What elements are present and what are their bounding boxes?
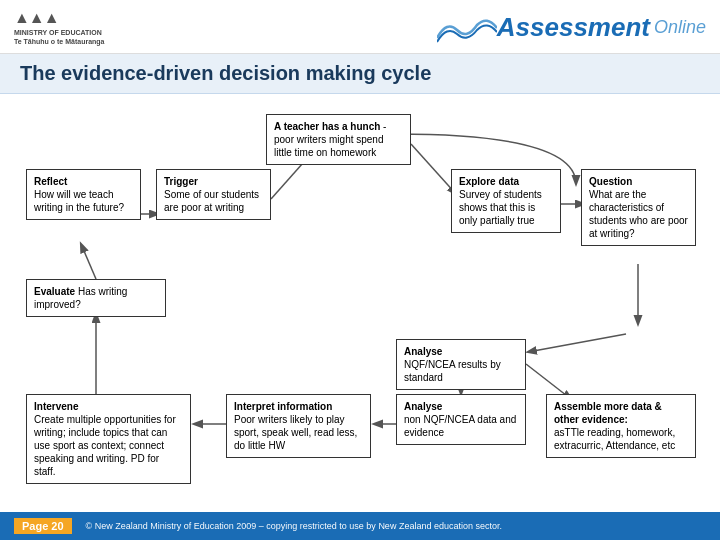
assemble-body: asTTle reading, homework, extracurric, A… (554, 426, 688, 452)
explore-box: Explore data Survey of students shows th… (451, 169, 561, 233)
explore-title: Explore data (459, 175, 553, 188)
page-number: Page 20 (14, 518, 72, 534)
intervene-body: Create multiple opportunities for writin… (34, 413, 183, 478)
interpret-title: Interpret information (234, 400, 363, 413)
evaluate-box: Evaluate Has writing improved? (26, 279, 166, 317)
interpret-box: Interpret information Poor writers likel… (226, 394, 371, 458)
intervene-box: Intervene Create multiple opportunities … (26, 394, 191, 484)
title-bar: The evidence-driven decision making cycl… (0, 54, 720, 94)
logo-image: ▲▲▲ MINISTRY OF EDUCATION Te Tāhuhu o te… (14, 9, 114, 47)
analyse-non-title: Analyse (404, 400, 518, 413)
brand-assessment: Assessment (497, 12, 650, 43)
reflect-box: Reflect How will we teach writing in the… (26, 169, 141, 220)
main-content: A teacher has a hunch - poor writers mig… (0, 94, 720, 514)
cycle-diagram: A teacher has a hunch - poor writers mig… (16, 104, 704, 464)
question-box: Question What are the characteristics of… (581, 169, 696, 246)
mountains-icon: ▲▲▲ (14, 9, 114, 27)
assessment-online-brand: Assessment Online (437, 10, 706, 46)
analyse-non-box: Analyse non NQF/NCEA data and evidence (396, 394, 526, 445)
page-title: The evidence-driven decision making cycl… (20, 62, 431, 84)
question-body: What are the characteristics of students… (589, 188, 688, 240)
question-title: Question (589, 175, 688, 188)
analyse-nqf-box: Analyse NQF/NCEA results by standard (396, 339, 526, 390)
explore-body: Survey of students shows that this is on… (459, 188, 553, 227)
wave-icon (437, 10, 497, 46)
reflect-title: Reflect (34, 175, 133, 188)
analyse-nqf-title: Analyse (404, 345, 518, 358)
assemble-box: Assemble more data & other evidence: asT… (546, 394, 696, 458)
intervene-title: Intervene (34, 400, 183, 413)
svg-line-10 (81, 244, 96, 279)
interpret-body: Poor writers likely to play sport, speak… (234, 413, 363, 452)
reflect-body: How will we teach writing in the future? (34, 188, 133, 214)
header: ▲▲▲ MINISTRY OF EDUCATION Te Tāhuhu o te… (0, 0, 720, 54)
svg-line-4 (528, 334, 626, 352)
trigger-body: Some of our students are poor at writing (164, 188, 263, 214)
trigger-box: Trigger Some of our students are poor at… (156, 169, 271, 220)
hunch-title: A teacher has a hunch (274, 121, 380, 132)
svg-line-1 (411, 144, 456, 194)
hunch-box: A teacher has a hunch - poor writers mig… (266, 114, 411, 165)
assemble-title: Assemble more data & other evidence: (554, 400, 688, 426)
trigger-title: Trigger (164, 175, 263, 188)
footer: Page 20 © New Zealand Ministry of Educat… (0, 512, 720, 540)
logo-line2: Te Tāhuhu o te Mātauranga (14, 38, 114, 46)
analyse-non-body: non NQF/NCEA data and evidence (404, 413, 518, 439)
brand-online: Online (654, 17, 706, 38)
evaluate-title: Evaluate (34, 286, 75, 297)
header-logo: ▲▲▲ MINISTRY OF EDUCATION Te Tāhuhu o te… (14, 9, 114, 47)
copyright-text: © New Zealand Ministry of Education 2009… (86, 521, 502, 531)
logo-line1: MINISTRY OF EDUCATION (14, 29, 114, 37)
analyse-nqf-body: NQF/NCEA results by standard (404, 358, 518, 384)
